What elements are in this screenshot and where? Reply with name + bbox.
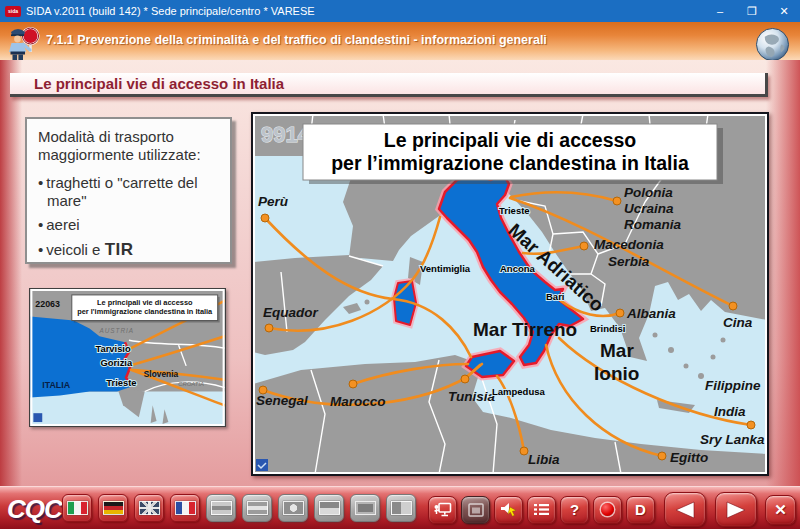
map-label-india: India xyxy=(714,404,746,419)
forward-button[interactable] xyxy=(715,492,757,527)
map-city-lampedusa: Lampedusa xyxy=(492,386,546,397)
transport-item-vehicles: veicoli e TIR xyxy=(38,240,222,261)
titlebar: sida SIDA v.2011 (build 142) * Sede prin… xyxy=(0,0,800,22)
map-label-ucraina: Ucraina xyxy=(624,201,674,216)
close-button[interactable]: ✕ xyxy=(768,0,800,22)
lesson-header: 7.1.1 Prevenzione della criminalità e de… xyxy=(0,22,800,60)
map-label-egitto: Egitto xyxy=(670,450,708,465)
map-label-cina: Cina xyxy=(723,315,753,330)
map-label-peru: Perù xyxy=(258,194,289,209)
minimize-button[interactable]: – xyxy=(704,0,736,22)
map-sea-ionio-line1: Mar xyxy=(600,340,634,361)
language-disabled-button-2 xyxy=(242,494,272,522)
list-icon xyxy=(534,503,549,516)
transport-heading: Modalità di trasporto maggiormente utili… xyxy=(38,128,222,165)
language-flags xyxy=(62,494,416,522)
map-sea-tirreno: Mar Tirreno xyxy=(473,319,577,340)
page-title-bar: Le principali vie di accesso in Italia xyxy=(10,73,768,97)
map-logo-mark xyxy=(256,459,268,471)
record-icon xyxy=(601,503,614,516)
thumb-logo-mark xyxy=(33,413,42,422)
presentation-icon xyxy=(433,502,452,518)
map-label-polonia: Polonia xyxy=(624,185,673,200)
transport-item-planes: aerei xyxy=(38,216,222,234)
thumb-map-title-line1: Le principali vie di accesso xyxy=(97,298,193,307)
language-disabled-button-6 xyxy=(386,494,416,522)
map-label-libia: Libia xyxy=(528,452,560,467)
map-title-line2: per l’immigrazione clandestina in Italia xyxy=(331,152,689,174)
map-label-sry-lanka: Sry Lanka xyxy=(700,432,765,447)
thumb-label-austria: AUSTRIA xyxy=(98,327,134,334)
disabled-flag-icon xyxy=(391,501,412,515)
audio-button[interactable] xyxy=(494,496,523,524)
window-controls: – ❐ ✕ xyxy=(704,0,800,22)
presentation-button[interactable] xyxy=(428,496,457,524)
france-flag-icon xyxy=(175,501,196,515)
map-label-macedonia: Macedonia xyxy=(594,237,664,252)
exit-icon: ✕ xyxy=(774,501,787,519)
language-italian-button[interactable] xyxy=(62,494,92,522)
language-french-button[interactable] xyxy=(170,494,200,522)
map-label-marocco: Marocco xyxy=(330,394,386,409)
map-label-filippine: Filippine xyxy=(705,378,761,393)
window-icon xyxy=(468,503,484,517)
map-sea-ionio-line2: Ionio xyxy=(594,363,639,384)
map-city-brindisi: Brindisi xyxy=(590,323,625,334)
map-label-senegal: Senegal xyxy=(256,393,308,408)
language-disabled-button-5 xyxy=(350,494,380,522)
disabled-flag-icon xyxy=(355,501,376,515)
app-window: sida SIDA v.2011 (build 142) * Sede prin… xyxy=(0,0,800,529)
map-title-line1: Le principali vie di accesso xyxy=(384,129,637,151)
disabled-flag-icon xyxy=(247,501,268,515)
cqc-logo: CQC xyxy=(7,494,62,525)
thumb-code: 22063 xyxy=(35,299,60,309)
uk-flag-icon xyxy=(139,501,160,515)
map-city-trieste: Trieste xyxy=(499,205,530,216)
map-label-albania: Albania xyxy=(626,306,676,321)
thumb-label-trieste: Trieste xyxy=(106,378,136,388)
record-button[interactable] xyxy=(593,496,622,524)
route-map-svg: 9914 Perù Equador Senegal Marocco Tunisi… xyxy=(253,114,767,474)
transport-item-ferries: traghetti o "carrette del mare" xyxy=(38,174,222,211)
thumb-label-slovenia: Slovenia xyxy=(144,369,179,379)
exit-button[interactable]: ✕ xyxy=(765,495,796,525)
map-city-bari: Bari xyxy=(546,291,564,302)
help-label: ? xyxy=(570,501,579,518)
maximize-button[interactable]: ❐ xyxy=(736,0,768,22)
app-icon: sida xyxy=(5,6,21,17)
back-button[interactable] xyxy=(664,492,706,527)
thumb-map-title-line2: per l'immigrazione clandestina in Italia xyxy=(77,307,213,316)
route-map-thumbnail[interactable]: Le principali vie di accesso per l'immig… xyxy=(29,288,226,427)
help-button[interactable]: ? xyxy=(560,496,589,524)
language-german-button[interactable] xyxy=(98,494,128,522)
forward-arrow-icon xyxy=(725,501,747,519)
back-arrow-icon xyxy=(674,501,696,519)
index-button[interactable] xyxy=(527,496,556,524)
language-disabled-button-4 xyxy=(314,494,344,522)
route-map: 9914 Perù Equador Senegal Marocco Tunisi… xyxy=(251,112,769,476)
thumb-label-tarvisio: Tarvisio xyxy=(95,344,130,354)
language-disabled-button-3 xyxy=(278,494,308,522)
window-title: SIDA v.2011 (build 142) * Sede principal… xyxy=(26,5,704,17)
dictionary-button[interactable]: D xyxy=(626,496,655,524)
window-mode-button[interactable] xyxy=(461,496,490,524)
globe-icon xyxy=(755,27,790,62)
disabled-flag-icon xyxy=(211,501,232,515)
language-english-button[interactable] xyxy=(134,494,164,522)
language-disabled-button-1 xyxy=(206,494,236,522)
thumb-label-croatia: CROATIA xyxy=(178,381,204,387)
thumb-label-gorizia: Gorizia xyxy=(100,358,133,368)
tool-buttons: ? D ✕ xyxy=(428,492,796,527)
map-city-ancona: Ancona xyxy=(500,263,536,274)
map-city-ventimiglia: Ventimiglia xyxy=(420,263,471,274)
page-title: Le principali vie di accesso in Italia xyxy=(34,75,284,92)
disabled-flag-icon xyxy=(319,501,340,515)
speaker-icon xyxy=(500,502,518,518)
dictionary-label: D xyxy=(635,501,646,518)
transport-list: traghetti o "carrette del mare" aerei ve… xyxy=(38,174,222,262)
lesson-title: 7.1.1 Prevenzione della criminalità e de… xyxy=(46,33,547,47)
map-label-serbia: Serbia xyxy=(608,254,650,269)
traffic-officer-icon xyxy=(6,25,42,65)
transport-panel: Modalità di trasporto maggiormente utili… xyxy=(25,117,232,264)
germany-flag-icon xyxy=(103,501,124,515)
